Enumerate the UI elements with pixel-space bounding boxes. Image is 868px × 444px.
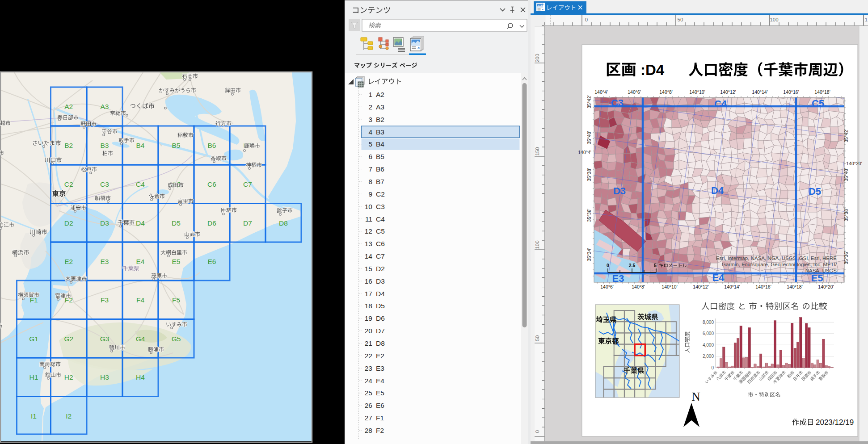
svg-text:27: 27 [365, 414, 372, 422]
svg-text:100: 100 [535, 240, 540, 249]
svg-text:C7: C7 [243, 180, 252, 188]
svg-text:1: 1 [865, 17, 868, 22]
svg-text:0: 0 [607, 263, 609, 268]
svg-text:26: 26 [365, 402, 372, 409]
svg-text:F4: F4 [136, 296, 144, 304]
svg-text:B7: B7 [376, 178, 384, 185]
svg-text:B2: B2 [64, 142, 73, 149]
svg-text:4: 4 [368, 128, 372, 136]
svg-text:140°6': 140°6' [600, 284, 614, 289]
svg-text:G4: G4 [136, 335, 145, 343]
svg-text:2: 2 [368, 103, 372, 111]
svg-text:140°18': 140°18' [787, 284, 802, 289]
svg-text:E2: E2 [64, 258, 73, 265]
svg-text:B2: B2 [376, 116, 384, 123]
svg-text:B4: B4 [136, 142, 145, 149]
svg-text:35°36': 35°36' [843, 251, 849, 264]
svg-text:13: 13 [365, 240, 372, 247]
svg-text:6,000: 6,000 [703, 331, 714, 336]
svg-text:D3: D3 [376, 277, 385, 285]
svg-text:E5: E5 [172, 258, 181, 265]
svg-text:G2: G2 [64, 335, 73, 343]
svg-text:F3: F3 [101, 296, 109, 304]
svg-text:35°38': 35°38' [586, 168, 592, 181]
svg-text:E6: E6 [208, 258, 216, 265]
svg-text:D3: D3 [613, 185, 626, 197]
svg-text:140°6': 140°6' [628, 89, 641, 95]
svg-text:14: 14 [365, 252, 373, 260]
svg-text:E5: E5 [376, 389, 384, 397]
svg-text:E4: E4 [712, 272, 725, 283]
svg-text:140°20': 140°20' [846, 161, 862, 166]
svg-text:D3: D3 [100, 219, 109, 227]
svg-text:140°4': 140°4' [578, 150, 591, 155]
svg-text:2.5: 2.5 [629, 263, 636, 268]
svg-text:4,000: 4,000 [703, 343, 714, 348]
svg-text:140°4': 140°4' [594, 89, 608, 95]
svg-text:H2: H2 [64, 373, 73, 381]
svg-text:G5: G5 [172, 335, 181, 343]
svg-text:140°18': 140°18' [814, 89, 830, 95]
svg-text:0: 0 [535, 430, 540, 433]
svg-text:7: 7 [368, 165, 372, 173]
svg-text:3: 3 [368, 116, 372, 123]
svg-text:C6: C6 [376, 240, 385, 247]
svg-text:G1: G1 [29, 335, 38, 343]
svg-text:E3: E3 [101, 258, 109, 265]
svg-text:C5: C5 [812, 98, 824, 109]
svg-text:B4: B4 [376, 140, 384, 148]
svg-text:140°14': 140°14' [752, 89, 767, 95]
svg-text:35°40': 35°40' [843, 168, 849, 181]
svg-text:D5: D5 [809, 186, 821, 197]
svg-text:D6: D6 [207, 219, 216, 227]
svg-text:D4: D4 [136, 219, 145, 227]
svg-text:A2: A2 [376, 91, 384, 98]
svg-text:D4: D4 [376, 290, 385, 297]
svg-text:A2: A2 [64, 103, 73, 110]
svg-text:25: 25 [365, 389, 372, 397]
svg-text:F5: F5 [172, 296, 180, 304]
svg-text::D4: :D4 [640, 62, 665, 78]
svg-text:50: 50 [678, 17, 683, 22]
svg-text:I2: I2 [66, 412, 72, 420]
svg-text:D2: D2 [64, 219, 73, 227]
svg-text:E5: E5 [811, 272, 823, 284]
svg-text:21: 21 [365, 339, 372, 347]
svg-text:140°10': 140°10' [689, 89, 705, 95]
svg-text:B6: B6 [376, 165, 384, 173]
svg-text:140°8': 140°8' [632, 284, 645, 289]
svg-text:F2: F2 [376, 427, 384, 434]
svg-text:C4: C4 [376, 215, 385, 223]
svg-text:15: 15 [365, 265, 372, 272]
svg-text:140°20': 140°20' [818, 284, 834, 289]
svg-text:E2: E2 [376, 352, 384, 360]
svg-text:D5: D5 [172, 219, 181, 227]
svg-text:C5: C5 [376, 227, 385, 235]
svg-text:140°14': 140°14' [724, 284, 740, 289]
svg-text:B5: B5 [172, 142, 181, 149]
svg-text:17: 17 [365, 290, 372, 297]
svg-text:50: 50 [535, 335, 540, 341]
svg-text:Garmin, Foursquare, GeoTechnol: Garmin, Foursquare, GeoTechnologies, Inc… [722, 262, 837, 267]
svg-text:35°42': 35°42' [843, 129, 849, 142]
svg-text:140°12': 140°12' [720, 89, 736, 95]
svg-text:9: 9 [368, 190, 372, 198]
svg-text:24: 24 [365, 377, 373, 385]
svg-text:F1: F1 [376, 414, 384, 422]
svg-text:I1: I1 [31, 412, 37, 420]
svg-text:D7: D7 [243, 219, 252, 227]
svg-text:B5: B5 [376, 153, 384, 160]
svg-text:35°40': 35°40' [586, 131, 592, 144]
svg-text:C3: C3 [376, 203, 385, 210]
svg-text:5: 5 [654, 263, 657, 268]
svg-text:D6: D6 [376, 314, 385, 322]
svg-text:B3: B3 [376, 128, 384, 136]
svg-text:0: 0 [711, 365, 714, 370]
svg-text:16: 16 [365, 277, 372, 285]
svg-text:D8: D8 [376, 339, 385, 347]
svg-text:8,000: 8,000 [703, 320, 714, 325]
svg-text:B6: B6 [208, 142, 216, 149]
svg-text:140°10': 140°10' [662, 284, 677, 289]
svg-text:35°42': 35°42' [586, 95, 592, 109]
svg-text:C7: C7 [376, 252, 385, 260]
